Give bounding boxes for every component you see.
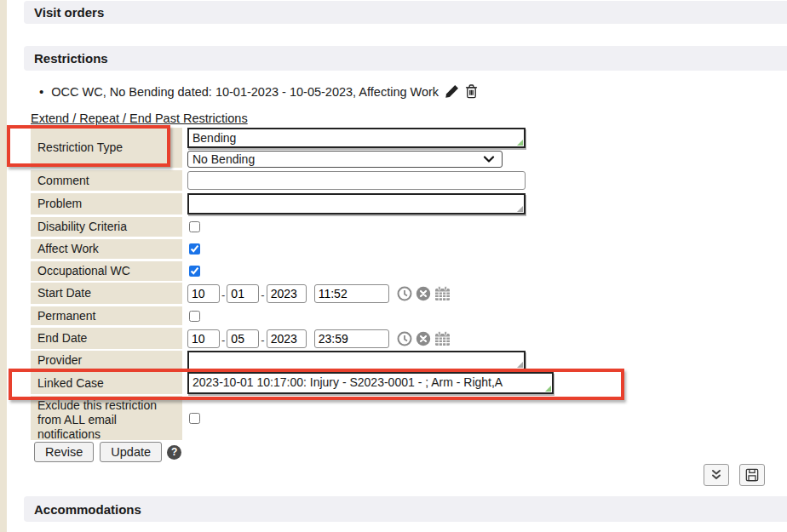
form-row-start-date: Start Date - - bbox=[31, 283, 661, 304]
date-separator: - bbox=[261, 334, 264, 346]
double-chevron-down-icon bbox=[709, 469, 723, 481]
calendar-icon[interactable] bbox=[434, 331, 451, 346]
resize-handle-icon[interactable] bbox=[517, 206, 523, 212]
form-row-occupational-wc: Occupational WC bbox=[31, 261, 661, 281]
form-row-disability-criteria: Disability Criteria bbox=[31, 217, 661, 237]
form-row-end-date: End Date - - bbox=[31, 328, 661, 349]
end-month-input[interactable] bbox=[187, 329, 220, 348]
permanent-checkbox[interactable] bbox=[189, 311, 200, 322]
provider-label: Provider bbox=[31, 351, 182, 370]
start-date-label: Start Date bbox=[31, 283, 182, 304]
linked-case-label: Linked Case bbox=[31, 372, 182, 394]
occupational-wc-label: Occupational WC bbox=[31, 261, 182, 281]
restriction-list-item: • OCC WC, No Bending dated: 10-01-2023 -… bbox=[39, 84, 478, 99]
start-month-input[interactable] bbox=[187, 284, 220, 303]
form-row-provider: Provider bbox=[31, 351, 661, 370]
form-row-linked-case: Linked Case 2023-10-01 10:17:00: Injury … bbox=[31, 372, 661, 394]
accommodations-title: Accommodations bbox=[34, 502, 141, 517]
clock-icon[interactable] bbox=[397, 331, 412, 346]
revise-button[interactable]: Revise bbox=[34, 442, 94, 462]
linked-case-field[interactable]: 2023-10-01 10:17:00: Injury - S2023-0001… bbox=[187, 372, 554, 394]
form-row-exclude-email: Exclude this restriction from ALL email … bbox=[31, 396, 661, 440]
edit-pencil-icon[interactable] bbox=[445, 85, 458, 98]
save-button[interactable] bbox=[739, 464, 765, 486]
restriction-type-select[interactable]: No Bending bbox=[187, 151, 503, 168]
start-day-input[interactable] bbox=[227, 284, 259, 303]
date-separator: - bbox=[261, 289, 264, 301]
clear-icon[interactable] bbox=[416, 331, 431, 346]
resize-handle-icon[interactable] bbox=[517, 140, 523, 146]
end-time-input[interactable] bbox=[314, 329, 389, 348]
form-row-permanent: Permanent bbox=[31, 306, 661, 325]
end-date-label: End Date bbox=[31, 328, 182, 349]
resize-handle-icon[interactable] bbox=[545, 386, 551, 392]
left-margin-strip bbox=[0, 0, 7, 532]
clear-icon[interactable] bbox=[416, 286, 431, 301]
affect-work-label: Affect Work bbox=[31, 239, 182, 259]
form-actions: Revise Update ? bbox=[34, 442, 181, 462]
date-separator: - bbox=[221, 334, 225, 346]
collapse-double-chevron-button[interactable] bbox=[704, 464, 729, 486]
exclude-email-checkbox[interactable] bbox=[189, 413, 200, 424]
comment-input[interactable] bbox=[187, 171, 526, 190]
end-year-input[interactable] bbox=[267, 329, 307, 348]
restriction-category-value: Bending bbox=[192, 131, 236, 145]
comment-label: Comment bbox=[31, 170, 182, 191]
restriction-item-text: OCC WC, No Bending dated: 10-01-2023 - 1… bbox=[51, 85, 439, 99]
restriction-type-label: Restriction Type bbox=[31, 128, 182, 168]
corner-buttons bbox=[704, 464, 765, 486]
provider-field[interactable] bbox=[187, 351, 526, 370]
date-separator: - bbox=[221, 289, 225, 301]
restriction-category-field[interactable]: Bending bbox=[187, 128, 526, 148]
save-floppy-icon bbox=[745, 468, 759, 482]
resize-handle-icon[interactable] bbox=[517, 362, 523, 368]
section-header-restrictions: Restrictions bbox=[24, 46, 787, 71]
visit-orders-title: Visit orders bbox=[34, 5, 104, 20]
section-header-accommodations: Accommodations bbox=[24, 496, 787, 522]
bullet-icon: • bbox=[39, 84, 43, 99]
update-button[interactable]: Update bbox=[100, 442, 162, 462]
start-time-input[interactable] bbox=[314, 284, 389, 303]
form-row-affect-work: Affect Work bbox=[31, 239, 661, 259]
occupational-wc-checkbox[interactable] bbox=[189, 266, 200, 277]
problem-label: Problem bbox=[31, 193, 182, 215]
exclude-email-label: Exclude this restriction from ALL email … bbox=[31, 396, 182, 440]
section-header-visit-orders: Visit orders bbox=[24, 1, 787, 24]
chevron-down-icon bbox=[483, 156, 495, 163]
calendar-icon[interactable] bbox=[434, 286, 451, 301]
affect-work-checkbox[interactable] bbox=[189, 243, 200, 255]
restriction-type-selected: No Bending bbox=[192, 152, 255, 166]
permanent-label: Permanent bbox=[31, 306, 182, 325]
delete-trash-icon[interactable] bbox=[465, 84, 478, 99]
end-day-input[interactable] bbox=[227, 329, 259, 348]
start-year-input[interactable] bbox=[267, 284, 307, 303]
extend-repeat-end-link[interactable]: Extend / Repeat / End Past Restrictions bbox=[31, 112, 248, 125]
linked-case-value: 2023-10-01 10:17:00: Injury - S2023-0001… bbox=[192, 375, 503, 389]
form-row-problem: Problem bbox=[31, 193, 661, 215]
help-icon[interactable]: ? bbox=[167, 445, 181, 460]
disability-criteria-label: Disability Criteria bbox=[31, 217, 182, 237]
page: Visit orders Restrictions • OCC WC, No B… bbox=[0, 0, 787, 532]
clock-icon[interactable] bbox=[397, 286, 412, 301]
problem-field[interactable] bbox=[187, 193, 526, 215]
form-row-comment: Comment bbox=[31, 170, 661, 191]
disability-criteria-checkbox[interactable] bbox=[189, 221, 200, 232]
restriction-form: Restriction Type Bending No Bending Comm… bbox=[31, 128, 661, 440]
restrictions-title: Restrictions bbox=[34, 51, 108, 66]
form-row-restriction-type: Restriction Type Bending No Bending bbox=[31, 128, 661, 168]
